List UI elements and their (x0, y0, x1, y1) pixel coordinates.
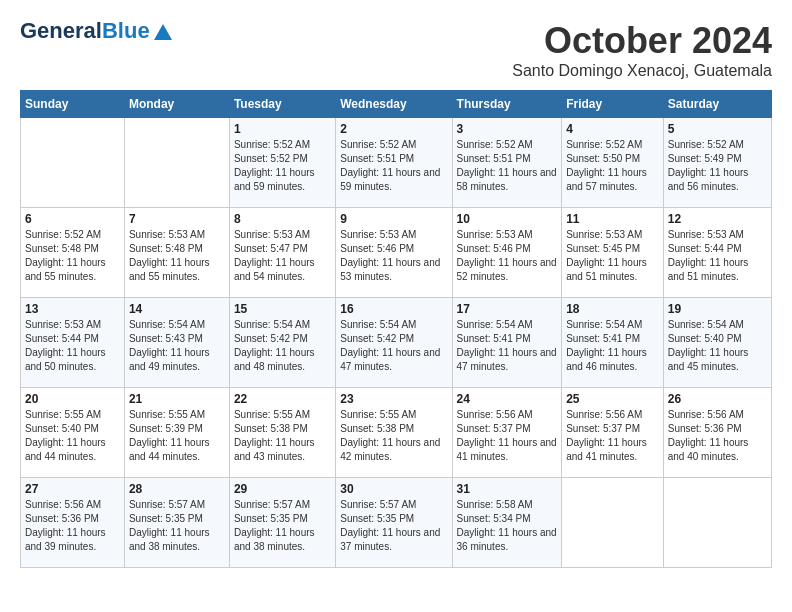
day-number: 26 (668, 392, 767, 406)
calendar-cell (21, 118, 125, 208)
calendar-cell: 10Sunrise: 5:53 AMSunset: 5:46 PMDayligh… (452, 208, 562, 298)
days-of-week-header: SundayMondayTuesdayWednesdayThursdayFrid… (21, 91, 772, 118)
day-info: Sunrise: 5:53 AMSunset: 5:45 PMDaylight:… (566, 228, 659, 284)
calendar-cell: 9Sunrise: 5:53 AMSunset: 5:46 PMDaylight… (336, 208, 452, 298)
day-number: 27 (25, 482, 120, 496)
dow-tuesday: Tuesday (229, 91, 335, 118)
day-number: 28 (129, 482, 225, 496)
dow-thursday: Thursday (452, 91, 562, 118)
day-info: Sunrise: 5:57 AMSunset: 5:35 PMDaylight:… (234, 498, 331, 554)
calendar-table: SundayMondayTuesdayWednesdayThursdayFrid… (20, 90, 772, 568)
day-info: Sunrise: 5:55 AMSunset: 5:40 PMDaylight:… (25, 408, 120, 464)
day-number: 10 (457, 212, 558, 226)
day-info: Sunrise: 5:57 AMSunset: 5:35 PMDaylight:… (129, 498, 225, 554)
day-info: Sunrise: 5:54 AMSunset: 5:41 PMDaylight:… (566, 318, 659, 374)
day-info: Sunrise: 5:54 AMSunset: 5:43 PMDaylight:… (129, 318, 225, 374)
page-header: GeneralBlue October 2024 Santo Domingo X… (20, 20, 772, 80)
calendar-cell: 25Sunrise: 5:56 AMSunset: 5:37 PMDayligh… (562, 388, 664, 478)
day-info: Sunrise: 5:52 AMSunset: 5:50 PMDaylight:… (566, 138, 659, 194)
day-info: Sunrise: 5:55 AMSunset: 5:39 PMDaylight:… (129, 408, 225, 464)
calendar-cell: 23Sunrise: 5:55 AMSunset: 5:38 PMDayligh… (336, 388, 452, 478)
calendar-cell: 26Sunrise: 5:56 AMSunset: 5:36 PMDayligh… (663, 388, 771, 478)
day-number: 16 (340, 302, 447, 316)
day-info: Sunrise: 5:53 AMSunset: 5:47 PMDaylight:… (234, 228, 331, 284)
day-number: 7 (129, 212, 225, 226)
day-number: 31 (457, 482, 558, 496)
calendar-cell: 20Sunrise: 5:55 AMSunset: 5:40 PMDayligh… (21, 388, 125, 478)
calendar-cell: 13Sunrise: 5:53 AMSunset: 5:44 PMDayligh… (21, 298, 125, 388)
calendar-cell: 12Sunrise: 5:53 AMSunset: 5:44 PMDayligh… (663, 208, 771, 298)
week-row-2: 6Sunrise: 5:52 AMSunset: 5:48 PMDaylight… (21, 208, 772, 298)
day-info: Sunrise: 5:57 AMSunset: 5:35 PMDaylight:… (340, 498, 447, 554)
day-number: 14 (129, 302, 225, 316)
day-number: 13 (25, 302, 120, 316)
day-number: 29 (234, 482, 331, 496)
dow-sunday: Sunday (21, 91, 125, 118)
day-info: Sunrise: 5:52 AMSunset: 5:51 PMDaylight:… (340, 138, 447, 194)
day-info: Sunrise: 5:52 AMSunset: 5:49 PMDaylight:… (668, 138, 767, 194)
calendar-cell (663, 478, 771, 568)
calendar-cell: 28Sunrise: 5:57 AMSunset: 5:35 PMDayligh… (124, 478, 229, 568)
calendar-cell: 8Sunrise: 5:53 AMSunset: 5:47 PMDaylight… (229, 208, 335, 298)
calendar-cell: 24Sunrise: 5:56 AMSunset: 5:37 PMDayligh… (452, 388, 562, 478)
logo-icon (152, 20, 174, 42)
week-row-4: 20Sunrise: 5:55 AMSunset: 5:40 PMDayligh… (21, 388, 772, 478)
day-info: Sunrise: 5:55 AMSunset: 5:38 PMDaylight:… (340, 408, 447, 464)
calendar-cell: 15Sunrise: 5:54 AMSunset: 5:42 PMDayligh… (229, 298, 335, 388)
dow-wednesday: Wednesday (336, 91, 452, 118)
day-info: Sunrise: 5:53 AMSunset: 5:48 PMDaylight:… (129, 228, 225, 284)
dow-saturday: Saturday (663, 91, 771, 118)
day-number: 25 (566, 392, 659, 406)
calendar-cell: 5Sunrise: 5:52 AMSunset: 5:49 PMDaylight… (663, 118, 771, 208)
day-info: Sunrise: 5:54 AMSunset: 5:42 PMDaylight:… (340, 318, 447, 374)
day-info: Sunrise: 5:54 AMSunset: 5:40 PMDaylight:… (668, 318, 767, 374)
calendar-cell: 27Sunrise: 5:56 AMSunset: 5:36 PMDayligh… (21, 478, 125, 568)
day-info: Sunrise: 5:58 AMSunset: 5:34 PMDaylight:… (457, 498, 558, 554)
day-info: Sunrise: 5:53 AMSunset: 5:44 PMDaylight:… (668, 228, 767, 284)
day-info: Sunrise: 5:56 AMSunset: 5:37 PMDaylight:… (457, 408, 558, 464)
day-info: Sunrise: 5:55 AMSunset: 5:38 PMDaylight:… (234, 408, 331, 464)
week-row-5: 27Sunrise: 5:56 AMSunset: 5:36 PMDayligh… (21, 478, 772, 568)
week-row-3: 13Sunrise: 5:53 AMSunset: 5:44 PMDayligh… (21, 298, 772, 388)
day-number: 4 (566, 122, 659, 136)
day-info: Sunrise: 5:52 AMSunset: 5:51 PMDaylight:… (457, 138, 558, 194)
day-info: Sunrise: 5:56 AMSunset: 5:36 PMDaylight:… (25, 498, 120, 554)
day-number: 2 (340, 122, 447, 136)
calendar-cell: 7Sunrise: 5:53 AMSunset: 5:48 PMDaylight… (124, 208, 229, 298)
dow-friday: Friday (562, 91, 664, 118)
day-number: 19 (668, 302, 767, 316)
day-number: 17 (457, 302, 558, 316)
day-info: Sunrise: 5:53 AMSunset: 5:44 PMDaylight:… (25, 318, 120, 374)
calendar-cell: 1Sunrise: 5:52 AMSunset: 5:52 PMDaylight… (229, 118, 335, 208)
calendar-cell: 4Sunrise: 5:52 AMSunset: 5:50 PMDaylight… (562, 118, 664, 208)
day-info: Sunrise: 5:56 AMSunset: 5:36 PMDaylight:… (668, 408, 767, 464)
day-info: Sunrise: 5:52 AMSunset: 5:48 PMDaylight:… (25, 228, 120, 284)
day-number: 24 (457, 392, 558, 406)
calendar-cell: 29Sunrise: 5:57 AMSunset: 5:35 PMDayligh… (229, 478, 335, 568)
day-number: 3 (457, 122, 558, 136)
calendar-cell (562, 478, 664, 568)
day-number: 21 (129, 392, 225, 406)
calendar-cell: 11Sunrise: 5:53 AMSunset: 5:45 PMDayligh… (562, 208, 664, 298)
day-number: 20 (25, 392, 120, 406)
day-number: 22 (234, 392, 331, 406)
day-number: 18 (566, 302, 659, 316)
day-info: Sunrise: 5:54 AMSunset: 5:42 PMDaylight:… (234, 318, 331, 374)
day-number: 5 (668, 122, 767, 136)
calendar-cell: 6Sunrise: 5:52 AMSunset: 5:48 PMDaylight… (21, 208, 125, 298)
day-number: 8 (234, 212, 331, 226)
week-row-1: 1Sunrise: 5:52 AMSunset: 5:52 PMDaylight… (21, 118, 772, 208)
month-title: October 2024 (512, 20, 772, 62)
calendar-cell (124, 118, 229, 208)
day-number: 9 (340, 212, 447, 226)
calendar-cell: 21Sunrise: 5:55 AMSunset: 5:39 PMDayligh… (124, 388, 229, 478)
day-info: Sunrise: 5:56 AMSunset: 5:37 PMDaylight:… (566, 408, 659, 464)
day-number: 12 (668, 212, 767, 226)
calendar-cell: 2Sunrise: 5:52 AMSunset: 5:51 PMDaylight… (336, 118, 452, 208)
day-number: 30 (340, 482, 447, 496)
day-number: 6 (25, 212, 120, 226)
day-number: 11 (566, 212, 659, 226)
day-info: Sunrise: 5:53 AMSunset: 5:46 PMDaylight:… (340, 228, 447, 284)
calendar-cell: 18Sunrise: 5:54 AMSunset: 5:41 PMDayligh… (562, 298, 664, 388)
calendar-cell: 3Sunrise: 5:52 AMSunset: 5:51 PMDaylight… (452, 118, 562, 208)
